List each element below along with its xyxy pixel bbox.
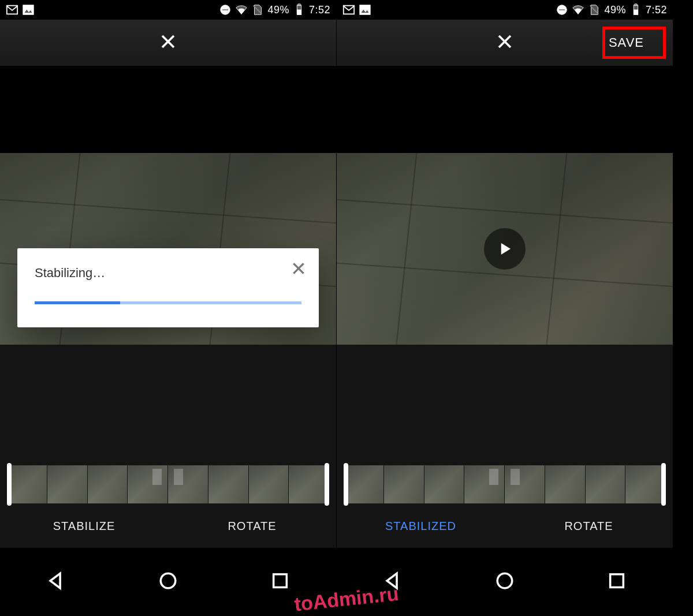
- timeline-thumb[interactable]: [208, 465, 248, 503]
- progress-bar: [35, 301, 301, 304]
- clock: 7:52: [309, 4, 330, 16]
- dialog-close-button[interactable]: [291, 261, 306, 278]
- timeline-thumb[interactable]: [545, 465, 585, 503]
- svg-marker-13: [50, 573, 60, 588]
- status-bar: 49% 7:52: [337, 0, 673, 20]
- timeline-thumb[interactable]: [586, 465, 625, 503]
- svg-rect-23: [634, 10, 638, 14]
- timeline-thumb[interactable]: [47, 465, 87, 503]
- timeline-thumb[interactable]: [289, 465, 329, 503]
- svg-rect-15: [274, 574, 287, 588]
- trim-handle-left[interactable]: [344, 463, 348, 506]
- dialog-title: Stabilizing…: [35, 266, 301, 281]
- timeline-thumb[interactable]: [384, 465, 424, 503]
- wifi-icon: [572, 3, 584, 16]
- rotate-button[interactable]: ROTATE: [168, 508, 336, 544]
- app-bar: [0, 20, 336, 66]
- svg-marker-28: [387, 573, 397, 588]
- close-button[interactable]: [496, 33, 513, 53]
- svg-point-14: [161, 573, 176, 588]
- timeline[interactable]: [344, 465, 666, 503]
- rotate-button[interactable]: ROTATE: [505, 508, 673, 544]
- timeline-thumb[interactable]: [464, 465, 504, 503]
- nav-recent-icon[interactable]: [607, 571, 627, 593]
- timeline-thumb[interactable]: [88, 465, 128, 503]
- svg-point-29: [497, 573, 512, 588]
- nav-home-icon[interactable]: [495, 571, 515, 593]
- video-preview[interactable]: [337, 153, 673, 345]
- photo-icon: [359, 3, 371, 16]
- timeline-thumb[interactable]: [344, 465, 383, 503]
- svg-rect-4: [222, 9, 229, 10]
- android-navbar: [337, 548, 673, 616]
- bottom-bar: STABILIZE ROTATE: [0, 508, 336, 544]
- trim-handle-right[interactable]: [661, 463, 666, 506]
- dnd-icon: [556, 3, 568, 16]
- timeline-thumb[interactable]: [7, 465, 47, 503]
- svg-marker-27: [501, 243, 511, 255]
- app-bar: SAVE: [337, 20, 673, 66]
- video-preview[interactable]: Stabilizing…: [0, 153, 336, 345]
- svg-rect-7: [297, 10, 301, 14]
- timeline-thumb[interactable]: [249, 465, 289, 503]
- wifi-icon: [235, 3, 248, 16]
- play-button[interactable]: [484, 228, 526, 270]
- nav-home-icon[interactable]: [158, 571, 178, 593]
- gmail-icon: [6, 3, 18, 16]
- clock: 7:52: [646, 4, 667, 16]
- close-button[interactable]: [159, 33, 177, 53]
- stabilizing-dialog: Stabilizing…: [17, 248, 319, 327]
- no-sim-icon: [251, 3, 264, 16]
- timeline-thumb[interactable]: [424, 465, 464, 503]
- photo-icon: [22, 3, 35, 16]
- svg-rect-20: [559, 9, 565, 10]
- trim-handle-left[interactable]: [7, 463, 12, 506]
- battery-icon: [629, 3, 642, 16]
- svg-rect-30: [610, 574, 624, 588]
- nav-recent-icon[interactable]: [270, 571, 290, 593]
- bottom-bar: STABILIZED ROTATE: [337, 508, 673, 544]
- dnd-icon: [219, 3, 232, 16]
- battery-percent: 49%: [604, 4, 626, 16]
- battery-icon: [293, 3, 305, 16]
- no-sim-icon: [588, 3, 601, 16]
- progress-fill: [35, 301, 120, 304]
- gmail-icon: [342, 3, 355, 16]
- trim-handle-right[interactable]: [325, 463, 329, 506]
- battery-percent: 49%: [267, 4, 289, 16]
- timeline[interactable]: [7, 465, 329, 503]
- android-navbar: [0, 548, 336, 616]
- svg-rect-24: [635, 4, 637, 6]
- timeline-thumb[interactable]: [128, 465, 167, 503]
- timeline-thumb[interactable]: [625, 465, 665, 503]
- nav-back-icon[interactable]: [383, 571, 403, 593]
- status-bar: 49% 7:52: [0, 0, 336, 20]
- annotation-highlight: [602, 27, 666, 59]
- timeline-thumb[interactable]: [168, 465, 208, 503]
- svg-rect-8: [298, 4, 300, 6]
- screenshot-left: 49% 7:52 Stabilizing…: [0, 0, 336, 616]
- stabilized-label[interactable]: STABILIZED: [337, 508, 505, 544]
- timeline-thumb[interactable]: [505, 465, 545, 503]
- nav-back-icon[interactable]: [46, 571, 66, 593]
- screenshot-right: 49% 7:52 SAVE STABILI: [337, 0, 673, 616]
- stabilize-button[interactable]: STABILIZE: [0, 508, 168, 544]
